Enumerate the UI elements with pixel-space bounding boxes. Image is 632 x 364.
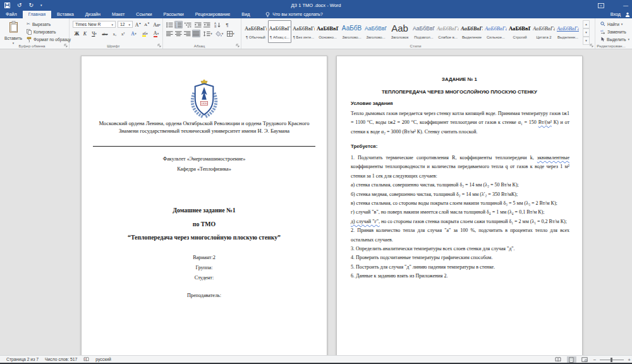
style-¶ Абзац с...[interactable]: АаБбВвГ¶ Абзац с... (268, 20, 291, 43)
proofing-status-icon[interactable] (83, 357, 89, 362)
style-Заголово...[interactable]: АаБбВЗаголово... (340, 20, 363, 43)
style-name: ¶ Обычный (245, 35, 267, 39)
zoom-slider[interactable] (600, 360, 624, 360)
page-1[interactable]: 1830 Московский ордена Ленина, ордена Ок… (81, 56, 327, 355)
clipboard-group: Вставить ▾ ✂Вырезать Копировать Формат п… (0, 18, 70, 49)
format-painter-button[interactable]: Формат по образцу (27, 37, 71, 42)
bullet-list-button[interactable] (166, 21, 174, 28)
styles-scroll-down-icon[interactable]: ▼ (583, 28, 590, 37)
styles-scroll-up-icon[interactable]: ▲ (583, 20, 590, 28)
style-Выделение[interactable]: АаБбВвГгВыделение (460, 20, 483, 43)
grow-font-button[interactable]: А▲ (134, 21, 142, 28)
copy-button[interactable]: Копировать (27, 29, 56, 35)
style-Заголовок[interactable]: AabЗаголовок (388, 20, 411, 43)
change-case-button[interactable]: Аа▾ (152, 21, 162, 28)
sort-button[interactable]: АЯ (214, 21, 222, 28)
paragraph-group: 123 АЯ ¶ ▾ ▾ ▾ Абзац (163, 18, 241, 49)
superscript-button[interactable]: x² (119, 30, 127, 37)
zoom-in-button[interactable]: + (628, 357, 631, 363)
numbered-list-button[interactable]: 123 (174, 21, 183, 28)
font-name-select[interactable]: Times New R▾ (73, 21, 116, 28)
style-Заголово...[interactable]: АаБбВвГЗаголово... (364, 20, 387, 43)
style-Цитата 2[interactable]: АаБбВвГгЦитата 2 (532, 20, 556, 43)
page-2[interactable]: ЗАДАНИЕ № 1 ТЕПЛОПЕРЕДАЧА ЧЕРЕЗ МНОГОСЛО… (336, 56, 583, 355)
multilevel-list-button[interactable] (184, 21, 192, 28)
align-right-button[interactable] (183, 30, 191, 37)
style-name: Строгий (509, 35, 531, 39)
replace-button[interactable]: абЗаменить (600, 29, 626, 34)
tell-me-box[interactable]: Что вы хотите сделать? (265, 11, 322, 18)
find-button[interactable]: Найти▾ (600, 21, 623, 27)
print-layout-button[interactable] (567, 356, 576, 363)
ribbon-display-options-icon[interactable] (598, 3, 604, 8)
teacher-line: Преподаватель: (82, 293, 327, 298)
clipboard-dialog-launcher-icon[interactable] (64, 44, 68, 47)
style-Сильное...[interactable]: АаБбВвГгСильное... (484, 20, 507, 43)
tab-Вставка[interactable]: Вставка (51, 11, 80, 18)
line-spacing-button[interactable]: ▾ (203, 30, 213, 37)
font-color-button[interactable]: А▾ (151, 30, 161, 37)
shrink-font-button[interactable]: А▼ (143, 21, 151, 28)
select-button[interactable]: Выделить▾ (600, 37, 629, 42)
minimize-button[interactable]: — (623, 3, 628, 8)
style-sample: АаБбВ (341, 22, 363, 35)
format-painter-icon (27, 37, 32, 42)
text-effects-button[interactable]: А▾ (130, 30, 138, 37)
zoom-out-button[interactable]: − (593, 357, 597, 363)
paragraph-dialog-launcher-icon[interactable] (236, 44, 240, 47)
tab-Макет[interactable]: Макет (106, 11, 130, 18)
paragraph-group-label: Абзац (163, 44, 236, 48)
align-center-button[interactable] (174, 30, 183, 37)
web-layout-button[interactable] (580, 356, 590, 363)
ribbon-home: Вставить ▾ ✂Вырезать Копировать Формат п… (0, 18, 632, 49)
account-person-icon[interactable] (625, 12, 630, 17)
font-size-select[interactable]: 12▾ (118, 21, 133, 28)
style-Строгий[interactable]: АаБбВвГг,Строгий (508, 20, 532, 43)
style-Слабое в...[interactable]: АаБбВвГгСлабое в... (436, 20, 459, 43)
bold-button[interactable]: Ж (73, 30, 81, 37)
style-¶ Обычный[interactable]: АаБбВвГг¶ Обычный (244, 20, 267, 43)
underline-button[interactable]: Ч▾ (89, 30, 99, 37)
task-subheading: ТЕПЛОПЕРЕДАЧА ЧЕРЕЗ МНОГОСЛОЙНУЮ ПЛОСКУЮ… (337, 89, 582, 95)
cut-button[interactable]: ✂Вырезать (27, 21, 51, 27)
show-paragraph-marks-button[interactable]: ¶ (223, 21, 231, 28)
justify-button[interactable] (192, 30, 200, 37)
word-count[interactable]: Число слов: 517 (45, 357, 77, 361)
font-dialog-launcher-icon[interactable] (157, 44, 161, 47)
sign-in-button[interactable]: Вход (611, 11, 621, 18)
tab-Файл[interactable]: Файл (0, 11, 23, 18)
language-indicator[interactable]: русский (95, 357, 111, 361)
borders-button[interactable]: ▾ (226, 30, 236, 37)
condition-title: Условие задания (351, 100, 393, 106)
subscript-button[interactable]: x₂ (111, 30, 119, 37)
paste-button[interactable]: Вставить ▾ (4, 21, 23, 45)
zoom-slider-thumb[interactable] (611, 358, 612, 362)
style-Выделенн...[interactable]: АаБбВвГгВыделенн... (556, 20, 580, 43)
highlight-color-button[interactable]: аб▾ (140, 30, 150, 37)
document-canvas[interactable]: 1830 Московский ордена Ленина, ордена Ок… (0, 49, 632, 355)
tab-Рецензирование[interactable]: Рецензирование (190, 11, 236, 18)
increase-indent-button[interactable] (203, 21, 211, 28)
style-name: Подзагол... (413, 35, 435, 39)
style-¶ Без инте...[interactable]: АаБбВвГг,¶ Без инте... (292, 20, 315, 43)
lightbulb-icon (265, 12, 270, 18)
style-Подзагол...[interactable]: АаБбВвГПодзагол... (412, 20, 435, 43)
align-left-button[interactable] (166, 30, 174, 37)
read-mode-button[interactable] (554, 356, 563, 363)
window-title: ДЗ 1 ТМО .docx - Word (0, 0, 632, 11)
strikethrough-button[interactable]: abc (100, 30, 110, 37)
tab-Вид[interactable]: Вид (236, 11, 255, 18)
page-indicator[interactable]: Страница 2 из 7 (6, 357, 39, 361)
italic-button[interactable]: К (81, 30, 89, 37)
tab-Дизайн[interactable]: Дизайн (80, 11, 106, 18)
shading-button[interactable]: ▾ (214, 30, 224, 37)
styles-dialog-launcher-icon[interactable] (590, 44, 593, 47)
tab-Рассылки[interactable]: Рассылки (158, 11, 190, 18)
tab-Главная[interactable]: Главная (23, 11, 51, 18)
tab-Ссылки[interactable]: Ссылки (130, 11, 157, 18)
decrease-indent-button[interactable] (194, 21, 202, 28)
task-item: 2. Приняв количество тепла для случая "а… (351, 226, 569, 245)
style-Основно...[interactable]: АаБбВвГОсновно... (316, 20, 339, 43)
replace-icon: аб (600, 29, 605, 34)
task-item: 5. Построить для случая "д" линию падени… (351, 263, 569, 272)
